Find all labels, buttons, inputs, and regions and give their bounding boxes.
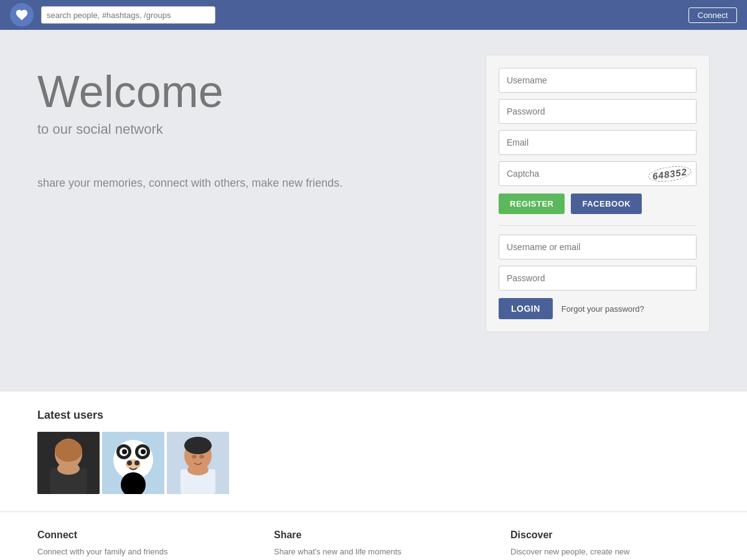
forgot-password-link[interactable]: Forgot your password? [561, 304, 644, 314]
svg-point-21 [187, 464, 209, 475]
svg-point-22 [192, 455, 197, 459]
hero-description: share your memories, connect with others… [37, 175, 342, 192]
register-username-input[interactable] [499, 68, 697, 93]
form-panel: 648352 REGISTER FACEBOOK LOGIN Forgot yo… [486, 55, 710, 332]
user-avatar-3[interactable] [167, 432, 229, 494]
facebook-button[interactable]: FACEBOOK [571, 194, 642, 214]
login-button[interactable]: LOGIN [499, 298, 553, 319]
footer-discover-text: Discover new people, create new [510, 546, 710, 558]
svg-point-15 [134, 460, 139, 465]
footer-share-text: Share what's new and life moments [274, 546, 473, 558]
hero-title: Welcome [37, 67, 342, 116]
login-username-group [499, 235, 697, 259]
register-email-input[interactable] [499, 130, 697, 155]
footer-connect-title: Connect [37, 530, 237, 541]
footer-share-title: Share [274, 530, 473, 541]
username-group [499, 68, 697, 93]
logo [10, 3, 34, 27]
form-divider [499, 225, 697, 226]
header-connect-button[interactable]: Connect [688, 7, 737, 23]
register-button-row: REGISTER FACEBOOK [499, 194, 697, 214]
hero-section: Welcome to our social network share your… [0, 30, 747, 391]
search-input[interactable] [41, 6, 215, 24]
svg-point-12 [141, 449, 146, 454]
footer: Connect Connect with your family and fri… [0, 511, 747, 560]
footer-discover-title: Discover [510, 530, 710, 541]
password-group [499, 99, 697, 124]
register-password-input[interactable] [499, 99, 697, 124]
svg-point-4 [57, 462, 80, 475]
user-avatars-list [37, 432, 710, 494]
hero-text: Welcome to our social network share your… [37, 55, 342, 192]
email-group [499, 130, 697, 155]
user-avatar-2[interactable] [102, 432, 164, 494]
svg-point-11 [122, 449, 127, 454]
login-password-group [499, 266, 697, 291]
footer-col-share: Share Share what's new and life moments [274, 530, 473, 558]
register-button[interactable]: REGISTER [499, 194, 565, 214]
captcha-group: 648352 [499, 161, 697, 186]
latest-users-title: Latest users [37, 409, 710, 422]
header: Connect [0, 0, 747, 30]
svg-point-2 [55, 439, 82, 462]
footer-col-discover: Discover Discover new people, create new [510, 530, 710, 558]
login-button-row: LOGIN Forgot your password? [499, 298, 697, 319]
footer-col-connect: Connect Connect with your family and fri… [37, 530, 237, 558]
svg-point-19 [184, 437, 212, 454]
user-avatar-1[interactable] [37, 432, 100, 494]
svg-point-23 [199, 455, 204, 459]
login-username-input[interactable] [499, 235, 697, 259]
svg-point-14 [127, 460, 132, 465]
login-password-input[interactable] [499, 266, 697, 291]
hero-subtitle: to our social network [37, 121, 342, 138]
latest-users-section: Latest users [0, 391, 747, 511]
captcha-wrapper: 648352 [499, 161, 697, 186]
footer-connect-text: Connect with your family and friends [37, 546, 237, 558]
